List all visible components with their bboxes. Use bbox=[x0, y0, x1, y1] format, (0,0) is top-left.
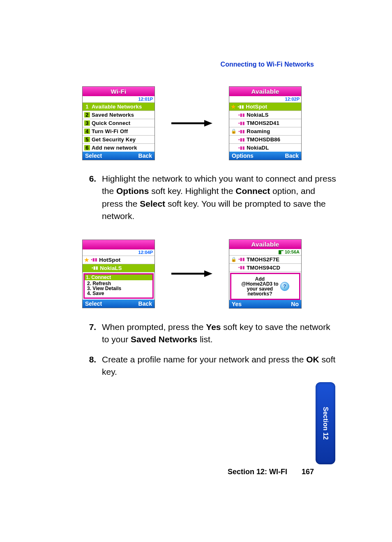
softkeys: Select Back bbox=[83, 300, 154, 308]
option-item[interactable]: 4. Save bbox=[87, 291, 150, 296]
page-footer: Section 12: WI-FI 167 bbox=[0, 468, 314, 476]
signal-icon: ▪▮▮ bbox=[238, 113, 245, 117]
softkeys: Yes No bbox=[229, 300, 301, 308]
softkeys: Options Back bbox=[229, 152, 301, 160]
bold: Connect bbox=[235, 186, 270, 196]
status-time: 12:04P bbox=[83, 249, 154, 256]
network-item: ▪▮▮NokiaLS bbox=[83, 264, 154, 272]
instruction-step-6: Highlight the network to which you want … bbox=[99, 173, 339, 223]
menu-item[interactable]: 3Quick Connect bbox=[83, 119, 154, 127]
network-label: TMOHS2F7E bbox=[247, 257, 279, 262]
menu-body: 1Available Networks 2Saved Networks 3Qui… bbox=[83, 103, 154, 152]
network-label: NokiaLS bbox=[100, 265, 122, 271]
network-label: NokiaLS bbox=[247, 112, 268, 118]
item-number: 4 bbox=[84, 129, 90, 134]
option-item[interactable]: 3. View Details bbox=[87, 286, 150, 291]
message-icon bbox=[279, 250, 284, 254]
signal-icon: ▪▮▮ bbox=[238, 146, 245, 150]
screenshots-row-2: 12:04P ★▪▮▮HotSpot ▪▮▮NokiaLS 1. Connect… bbox=[82, 239, 339, 309]
item-number: 2 bbox=[84, 112, 90, 118]
bold: Saved Networks bbox=[131, 334, 197, 344]
bold: Options bbox=[116, 186, 149, 196]
menu-item[interactable]: 5Get Security Key bbox=[83, 136, 154, 144]
item-label: Saved Networks bbox=[92, 112, 134, 118]
softkey-left[interactable]: Options bbox=[232, 153, 254, 159]
phone-available: Available 12:02P ★▪▮▮HotSpot ▪▮▮NokiaLS … bbox=[229, 86, 302, 160]
item-label: Available Networks bbox=[92, 104, 142, 109]
item-label: Get Security Key bbox=[92, 137, 136, 142]
screen-title: Available bbox=[229, 240, 301, 249]
network-label: NokiaDL bbox=[247, 145, 269, 150]
option-item[interactable]: 2. Refresh bbox=[87, 281, 150, 286]
screen-title bbox=[83, 240, 154, 249]
instruction-step-8: Create a profile name for your network a… bbox=[99, 353, 339, 378]
network-item: ★▪▮▮HotSpot bbox=[83, 256, 154, 264]
svg-marker-1 bbox=[204, 120, 212, 127]
softkey-right[interactable]: No bbox=[291, 301, 299, 307]
softkey-right[interactable]: Back bbox=[138, 153, 152, 159]
phone-confirm: Available 10:56A 🔒▪▮▮TMOHS2F7E ▪▮▮TMOHS9… bbox=[229, 239, 302, 309]
time-text: 10:56A bbox=[285, 249, 300, 254]
menu-item[interactable]: 4Turn Wi-Fi Off bbox=[83, 127, 154, 136]
network-item[interactable]: ▪▮▮TMOHS2D41 bbox=[229, 119, 301, 127]
network-label: Roaming bbox=[247, 129, 270, 134]
text: When prompted, press the bbox=[102, 322, 206, 332]
network-item[interactable]: ▪▮▮NokiaDL bbox=[229, 144, 301, 152]
item-label: Add new network bbox=[92, 145, 137, 150]
item-number: 3 bbox=[84, 120, 90, 126]
softkey-right[interactable]: Back bbox=[138, 301, 152, 307]
signal-icon: ▪▮▮ bbox=[91, 258, 97, 262]
network-label: HotSpot bbox=[99, 257, 120, 263]
arrow-icon bbox=[171, 270, 212, 278]
text: soft key. Highlight the bbox=[149, 186, 235, 196]
footer-page-number: 167 bbox=[302, 468, 314, 476]
lock-icon: 🔒 bbox=[231, 257, 237, 262]
bold: Yes bbox=[206, 322, 221, 332]
network-item: 🔒▪▮▮TMOHS2F7E bbox=[229, 256, 301, 264]
option-item[interactable]: 1. Connect bbox=[85, 274, 152, 280]
softkey-right[interactable]: Back bbox=[285, 153, 299, 159]
arrow-icon bbox=[171, 119, 212, 127]
softkey-left[interactable]: Select bbox=[85, 153, 102, 159]
phone-wifi-menu: Wi-Fi 12:01P 1Available Networks 2Saved … bbox=[82, 86, 155, 160]
menu-item[interactable]: 2Saved Networks bbox=[83, 111, 154, 119]
favorite-icon: ★ bbox=[231, 104, 236, 109]
network-list: ★▪▮▮HotSpot ▪▮▮NokiaLS ▪▮▮TMOHS2D41 🔒▪▮▮… bbox=[229, 103, 301, 152]
text: Create a profile name for your network a… bbox=[102, 355, 306, 364]
menu-item[interactable]: 1Available Networks bbox=[83, 103, 154, 111]
signal-icon: ▪▮▮ bbox=[238, 138, 245, 142]
network-label: TMOHSDB86 bbox=[247, 137, 280, 142]
item-number: 5 bbox=[84, 137, 90, 142]
network-item[interactable]: ★▪▮▮HotSpot bbox=[229, 103, 301, 111]
dialog-text: Add @Home2AD3 to your saved networks? bbox=[241, 277, 278, 296]
item-number: 6 bbox=[84, 145, 90, 150]
text: list. bbox=[197, 334, 212, 344]
confirm-dialog: Add @Home2AD3 to your saved networks? ? bbox=[230, 273, 300, 300]
item-number: 1 bbox=[84, 104, 90, 109]
section-thumb-tab: Section 12 bbox=[316, 382, 335, 464]
network-item[interactable]: ▪▮▮TMOHSDB86 bbox=[229, 136, 301, 144]
screenshots-row-1: Wi-Fi 12:01P 1Available Networks 2Saved … bbox=[82, 86, 339, 160]
signal-icon: ▪▮▮ bbox=[238, 105, 244, 109]
network-label: TMOHS94CD bbox=[247, 265, 280, 270]
page-header: Connecting to Wi-Fi Networks bbox=[221, 61, 314, 68]
signal-icon: ▪▮▮ bbox=[238, 121, 245, 125]
item-label: Quick Connect bbox=[92, 120, 130, 126]
bold: Select bbox=[140, 199, 165, 208]
network-label: HotSpot bbox=[246, 104, 267, 109]
popup-body: ★▪▮▮HotSpot ▪▮▮NokiaLS 1. Connect 2. Ref… bbox=[83, 256, 154, 299]
menu-item[interactable]: 6Add new network bbox=[83, 144, 154, 152]
status-time: 10:56A bbox=[229, 249, 301, 256]
confirm-body: 🔒▪▮▮TMOHS2F7E ▪▮▮TMOHS94CD Add @Home2AD3… bbox=[229, 256, 301, 300]
softkey-left[interactable]: Yes bbox=[232, 301, 242, 307]
network-item: ▪▮▮TMOHS94CD bbox=[229, 264, 301, 272]
softkey-left[interactable]: Select bbox=[85, 301, 102, 307]
phone-options-popup: 12:04P ★▪▮▮HotSpot ▪▮▮NokiaLS 1. Connect… bbox=[82, 240, 155, 308]
instruction-list: When prompted, press the Yes soft key to… bbox=[82, 321, 339, 378]
signal-icon: ▪▮▮ bbox=[92, 266, 98, 270]
favorite-icon: ★ bbox=[84, 257, 89, 263]
network-item[interactable]: ▪▮▮NokiaLS bbox=[229, 111, 301, 119]
signal-icon: ▪▮▮ bbox=[238, 129, 245, 134]
network-item[interactable]: 🔒▪▮▮Roaming bbox=[229, 127, 301, 136]
item-label: Turn Wi-Fi Off bbox=[92, 129, 128, 134]
